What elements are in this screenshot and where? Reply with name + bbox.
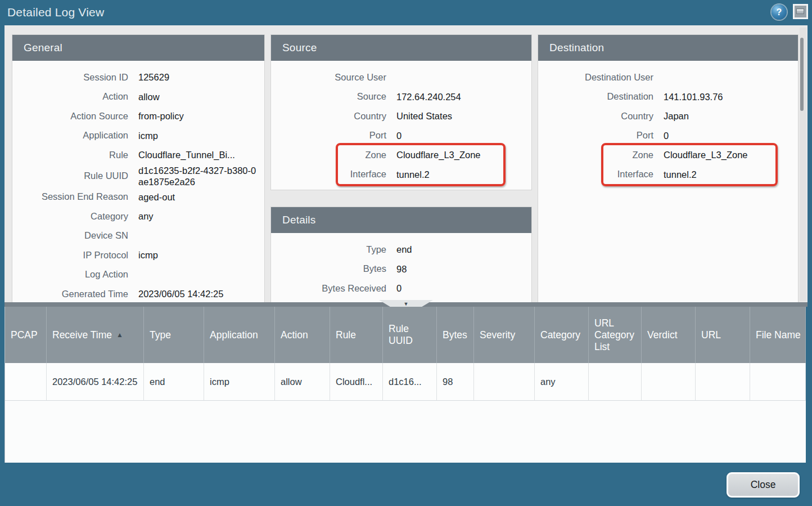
vertical-scrollbar-thumb[interactable]: [800, 38, 804, 111]
column-header-label: Verdict: [647, 329, 678, 341]
column-header-label: PCAP: [11, 329, 38, 341]
column-header-action[interactable]: Action: [275, 307, 330, 363]
field-value: 172.64.240.254: [396, 91, 531, 102]
field-label: Country: [271, 111, 386, 122]
field-row: Bytes Received0: [271, 279, 531, 298]
log-table-cell: allow: [275, 363, 330, 400]
field-label: Interface: [271, 169, 386, 180]
field-value: Cloudflare_L3_Zone: [664, 149, 798, 160]
field-value: Cloudflare_L3_Zone: [396, 149, 531, 160]
help-icon[interactable]: ?: [772, 5, 787, 20]
field-row: Rule UUIDd1c16235-b2f2-4327-b380-0ae1875…: [12, 165, 264, 187]
vertical-scrollbar-track[interactable]: [800, 28, 806, 301]
log-table-cell: [5, 363, 47, 400]
column-header-verdict[interactable]: Verdict: [642, 307, 696, 363]
column-header-file-name[interactable]: File Name: [750, 307, 806, 363]
column-header-label: Severity: [480, 329, 515, 341]
field-row: Session ID125629: [12, 68, 264, 87]
field-value: from-policy: [138, 110, 264, 122]
destination-panel: Destination Destination UserDestination1…: [538, 35, 798, 304]
details-panel-header: Details: [271, 207, 531, 233]
column-header-label: Application: [210, 329, 258, 341]
field-value: United States: [396, 110, 531, 122]
field-label: Device SN: [12, 230, 128, 241]
field-row: Source172.64.240.254: [271, 87, 531, 107]
column-header-url[interactable]: URL: [696, 307, 750, 363]
general-panel-body: Session ID125629ActionallowAction Source…: [12, 61, 264, 304]
field-label: Port: [271, 130, 386, 141]
field-row: Device SN: [12, 226, 264, 246]
field-row: Typeend: [271, 240, 531, 259]
maximize-window-icon-inner: [796, 8, 804, 14]
maximize-window-icon[interactable]: [793, 4, 808, 19]
field-row: Source User: [271, 68, 531, 87]
field-label: Log Action: [12, 269, 128, 280]
column-header-type[interactable]: Type: [144, 307, 204, 363]
dialog-title: Detailed Log View: [7, 6, 104, 19]
field-row: Port0: [538, 126, 798, 146]
column-header-bytes[interactable]: Bytes: [437, 307, 474, 363]
field-row: Actionallow: [12, 87, 264, 107]
field-label: Session End Reason: [12, 191, 128, 202]
field-label: Application: [12, 130, 128, 141]
source-panel: Source Source UserSource172.64.240.254Co…: [271, 35, 531, 190]
field-row: Interfacetunnel.2: [271, 165, 531, 185]
column-header-url-category-list[interactable]: URL Category List: [589, 307, 642, 363]
field-label: Action: [12, 91, 128, 102]
field-row: CountryJapan: [538, 106, 798, 126]
column-header-pcap[interactable]: PCAP: [5, 307, 47, 363]
field-row: Destination User: [538, 68, 798, 87]
column-header-label: URL Category List: [594, 317, 638, 353]
field-row: Interfacetunnel.2: [538, 165, 798, 185]
field-row: Action Sourcefrom-policy: [12, 106, 264, 126]
details-panel-body: TypeendBytes98Bytes Received0: [271, 233, 531, 298]
field-value: aged-out: [138, 191, 264, 203]
field-value: tunnel.2: [664, 169, 798, 180]
field-label: Zone: [271, 150, 386, 160]
column-header-label: Rule: [336, 329, 356, 341]
field-row: RuleCloudflare_Tunnel_Bi...: [12, 145, 264, 165]
log-table-cell: [474, 363, 535, 400]
column-header-label: URL: [701, 329, 721, 341]
field-value: icmp: [138, 249, 264, 261]
field-label: Generated Time: [12, 289, 128, 299]
field-row: IP Protocolicmp: [12, 245, 264, 265]
log-table-cell: any: [535, 363, 589, 400]
field-value: icmp: [138, 130, 264, 141]
log-table-cell: 2023/06/05 14:42:25: [47, 363, 144, 400]
field-row: ZoneCloudflare_L3_Zone: [271, 145, 531, 165]
field-label: Source: [271, 91, 386, 102]
details-panel: Details TypeendBytes98Bytes Received0: [271, 207, 531, 304]
log-table-cell: [696, 363, 750, 400]
field-row: Log Action: [12, 265, 264, 285]
log-table-cell: [642, 363, 696, 400]
field-label: Type: [271, 244, 386, 255]
field-label: IP Protocol: [12, 250, 128, 261]
field-value: any: [138, 211, 264, 222]
field-label: Country: [538, 111, 653, 122]
column-header-category[interactable]: Category: [535, 307, 589, 363]
log-table-row[interactable]: 2023/06/05 14:42:25endicmpallowCloudfl..…: [5, 363, 806, 401]
column-header-label: Category: [540, 329, 580, 341]
title-bar: Detailed Log View ?: [0, 0, 812, 25]
column-header-severity[interactable]: Severity: [474, 307, 535, 363]
field-value: 0: [396, 283, 531, 294]
column-header-label: Bytes: [443, 329, 467, 341]
field-value: 125629: [138, 71, 264, 83]
column-header-application[interactable]: Application: [204, 307, 275, 363]
field-value: Cloudflare_Tunnel_Bi...: [138, 149, 264, 160]
log-table-cell: 98: [437, 363, 474, 400]
footer-bar: Close: [0, 463, 812, 506]
sort-ascending-icon: ▲: [116, 329, 123, 341]
column-header-receive-time[interactable]: Receive Time▲: [47, 307, 144, 363]
field-value: d1c16235-b2f2-4327-b380-0ae1875e2a26: [138, 165, 264, 187]
column-header-rule-uuid[interactable]: Rule UUID: [383, 307, 437, 363]
field-row: Applicationicmp: [12, 126, 264, 146]
field-label: Destination User: [538, 72, 653, 83]
close-button[interactable]: Close: [727, 472, 800, 498]
field-label: Port: [538, 130, 653, 141]
column-header-rule[interactable]: Rule: [330, 307, 383, 363]
field-row: Categoryany: [12, 207, 264, 226]
field-label: Session ID: [12, 72, 128, 83]
field-label: Interface: [538, 169, 653, 180]
